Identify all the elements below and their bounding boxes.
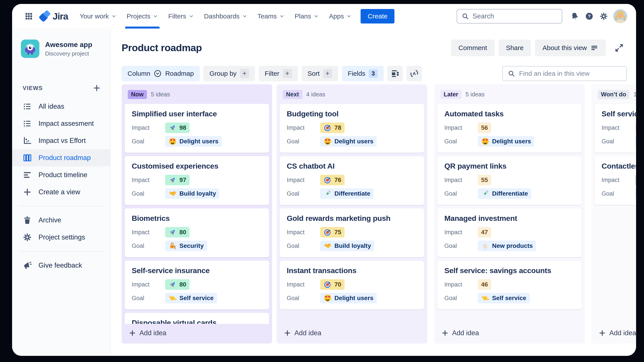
sidebar-item-impact-assesment[interactable]: Impact assesment [12, 115, 110, 132]
sidebar-item-product-roadmap[interactable]: Product roadmap [12, 149, 110, 167]
sidebar-item-archive[interactable]: Archive [12, 212, 110, 229]
gear-button[interactable] [596, 9, 611, 23]
nav-item-teams[interactable]: Teams [252, 4, 290, 28]
heart-eyes-icon [168, 137, 177, 146]
column-idea-count: 5 ideas [466, 91, 484, 98]
idea-card[interactable]: CS chatbot AIImpact76GoalDifferentiate [280, 156, 424, 205]
board-column-now: Now5 ideasSimplified user interfaceImpac… [122, 84, 272, 344]
sidebar-item-impact-vs-effort[interactable]: Impact vs Effort [12, 132, 110, 149]
idea-card[interactable]: Instant transactionsImpact70GoalDelight … [280, 261, 424, 310]
sidebar-item-all-ideas[interactable]: All ideas [12, 98, 110, 115]
add-view-button[interactable] [92, 84, 101, 92]
plus-icon [441, 329, 449, 337]
list-icon [23, 119, 32, 128]
global-search[interactable] [457, 9, 562, 23]
idea-card[interactable]: Customised experiencesImpact97GoalBuild … [125, 156, 269, 205]
idea-card[interactable]: Self service:Impact36Goal [594, 104, 636, 153]
group-by-button[interactable]: Group by+ [204, 66, 255, 81]
impact-value-chip: 78 [320, 123, 344, 133]
goal-value: Security [180, 242, 204, 249]
chevron-down-icon [242, 14, 247, 19]
chevron-down-icon [153, 14, 158, 19]
field-label: Impact [287, 229, 320, 236]
idea-card[interactable]: BiometricsImpact80GoalSecurity [125, 208, 269, 257]
about-this-view-button[interactable]: About this view [535, 39, 606, 56]
filter-button[interactable]: Filter+ [259, 66, 298, 81]
nav-item-your-work[interactable]: Your work [75, 4, 122, 28]
fields-button[interactable]: Fields3 [342, 66, 384, 81]
idea-card[interactable]: Disposable virtual cardsImpact79 [125, 313, 269, 324]
idea-card[interactable]: Self-service insuranceImpact80GoalSelf s… [125, 261, 269, 310]
idea-card[interactable]: ContactlessImpact30Goal [594, 156, 636, 205]
sort-button[interactable]: Sort+ [302, 66, 338, 81]
goal-value-chip [635, 136, 636, 147]
add-idea-button[interactable]: Add idea [592, 324, 636, 344]
goal-value: Differentiate [334, 190, 370, 197]
idea-title: Instant transactions [287, 266, 417, 275]
add-idea-button[interactable]: Add idea [276, 324, 427, 344]
nav-item-plans[interactable]: Plans [290, 4, 324, 28]
add-idea-button[interactable]: Add idea [122, 324, 272, 344]
nav-item-label: Your work [80, 12, 109, 20]
project-header[interactable]: Awesome app Discovery project [12, 39, 110, 58]
sort-order-button[interactable] [406, 66, 422, 81]
idea-card[interactable]: Budgeting toolImpact78GoalDelight users [280, 104, 424, 153]
add-idea-label: Add idea [609, 329, 636, 337]
user-avatar[interactable] [613, 9, 627, 23]
global-search-input[interactable] [472, 12, 557, 20]
find-idea-search[interactable] [502, 66, 627, 81]
sidebar-item-give-feedback[interactable]: Give feedback [12, 257, 110, 274]
idea-card[interactable]: Managed investmentImpact47GoalNew produc… [437, 208, 582, 257]
goal-value-chip: Self service [478, 293, 530, 303]
impact-value: 98 [180, 124, 186, 131]
column-display-selector[interactable]: Column Roadmap [122, 66, 200, 81]
nav-item-apps[interactable]: Apps [324, 4, 357, 28]
impact-value-chip: 36 [635, 123, 636, 133]
goal-field-row: GoalDelight users [287, 136, 417, 147]
idea-card[interactable]: QR payment linksImpact55GoalDifferentiat… [437, 156, 582, 205]
plus-icon [598, 329, 606, 337]
field-label: Goal [444, 295, 478, 302]
sidebar-item-label: Create a view [38, 188, 80, 196]
row-height-button[interactable] [388, 66, 403, 81]
nav-item-projects[interactable]: Projects [122, 4, 163, 28]
app-switcher-button[interactable] [22, 9, 36, 23]
sidebar-item-product-timeline[interactable]: Product timeline [12, 167, 110, 183]
create-button[interactable]: Create [360, 9, 394, 23]
add-idea-label: Add idea [140, 329, 166, 337]
idea-card[interactable]: Gold rewards marketing pushImpact75GoalB… [280, 208, 424, 257]
sidebar-item-create-a-view[interactable]: Create a view [12, 183, 110, 201]
field-label: Impact [132, 281, 165, 288]
impact-value: 75 [334, 229, 341, 236]
bell-button[interactable] [568, 9, 582, 23]
field-label: Goal [287, 243, 320, 249]
idea-card[interactable]: Self service: savings accountsImpact46Go… [437, 261, 582, 310]
idea-card[interactable]: Automated tasksImpact56GoalDelight users [437, 104, 582, 153]
add-idea-button[interactable]: Add idea [434, 324, 585, 344]
board-column-next: Next4 ideasBudgeting toolImpact78GoalDel… [276, 84, 427, 344]
handshake-icon [324, 242, 332, 250]
nav-item-filters[interactable]: Filters [163, 4, 199, 28]
fullscreen-button[interactable] [612, 40, 627, 55]
idea-title: Managed investment [444, 214, 575, 223]
board-column-later: Later5 ideasAutomated tasksImpact56GoalD… [434, 84, 585, 344]
rocket-icon [168, 280, 177, 289]
call-me-hand-icon [481, 294, 490, 302]
goal-field-row: GoalDelight users [287, 293, 417, 303]
column-header: Next4 ideas [276, 84, 427, 103]
share-button[interactable]: Share [498, 39, 531, 56]
find-idea-input[interactable] [519, 70, 622, 77]
jira-logo[interactable]: Jira [38, 10, 68, 23]
impact-value: 76 [334, 177, 341, 183]
comment-button[interactable]: Comment [451, 39, 494, 56]
help-button[interactable] [582, 9, 596, 23]
goal-value: Delight users [334, 138, 373, 145]
nav-item-dashboards[interactable]: Dashboards [199, 4, 252, 28]
sidebar-item-project-settings[interactable]: Project settings [12, 229, 110, 246]
idea-title: Disposable virtual cards [132, 319, 262, 324]
chip-label: Fields [348, 70, 366, 77]
sidebar-divider [19, 251, 104, 252]
field-label: Impact [132, 229, 165, 236]
idea-title: QR payment links [444, 162, 575, 170]
idea-card[interactable]: Simplified user interfaceImpact98GoalDel… [125, 104, 269, 153]
